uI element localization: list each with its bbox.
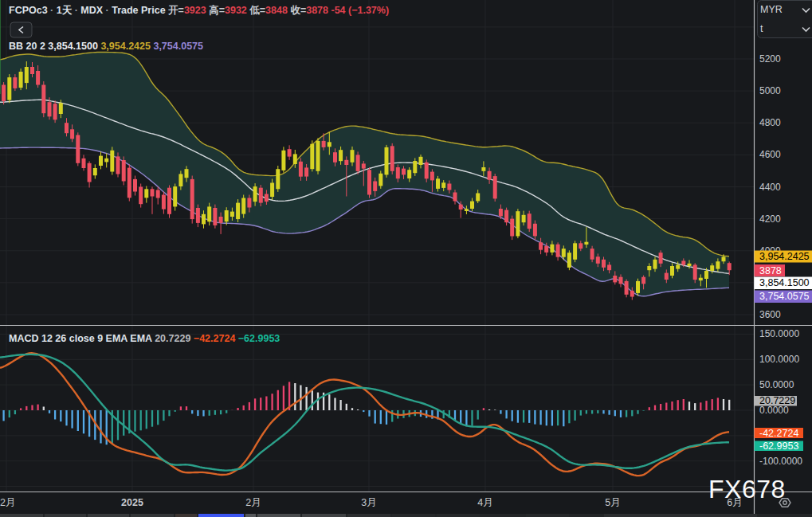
svg-text:4200: 4200 bbox=[759, 213, 781, 225]
svg-text:-100.0000: -100.0000 bbox=[759, 456, 802, 467]
svg-text:3,754.0575: 3,754.0575 bbox=[759, 291, 810, 302]
svg-text:MACD 12 26 close 9 EMA EMA 20: MACD 12 26 close 9 EMA EMA 20.7229 −42.2… bbox=[9, 333, 280, 344]
svg-text:4月: 4月 bbox=[477, 497, 492, 508]
svg-text:3600: 3600 bbox=[759, 309, 781, 320]
svg-text:50.0000: 50.0000 bbox=[759, 379, 794, 390]
svg-text:2月: 2月 bbox=[245, 497, 261, 508]
svg-text:3,854.1500: 3,854.1500 bbox=[759, 277, 810, 288]
svg-text:4400: 4400 bbox=[759, 182, 781, 193]
svg-text:BB 20 2 3,854.1500 3,954.2425: BB 20 2 3,854.1500 3,954.2425 3,754.0575 bbox=[9, 41, 203, 52]
svg-text:5000: 5000 bbox=[759, 85, 781, 96]
svg-text:FCPOc3 · 1天 · MDX · Trade Pric: FCPOc3 · 1天 · MDX · Trade Price 开=3923 高… bbox=[9, 5, 389, 16]
svg-text:4800: 4800 bbox=[759, 117, 781, 128]
svg-text:5200: 5200 bbox=[759, 53, 781, 65]
svg-text:3月: 3月 bbox=[361, 497, 376, 508]
svg-text:3878: 3878 bbox=[759, 265, 782, 276]
svg-text:150.0000: 150.0000 bbox=[759, 328, 799, 339]
svg-text:12月: 12月 bbox=[0, 497, 15, 508]
svg-text:3,954.2425: 3,954.2425 bbox=[759, 251, 810, 262]
svg-text:-62.9953: -62.9953 bbox=[759, 441, 798, 452]
svg-text:MYR: MYR bbox=[760, 4, 783, 15]
svg-text:20.7229: 20.7229 bbox=[759, 395, 795, 406]
svg-text:4600: 4600 bbox=[759, 149, 781, 160]
svg-text:100.0000: 100.0000 bbox=[759, 354, 799, 365]
svg-text:5月: 5月 bbox=[605, 497, 620, 508]
svg-text:-42.2724: -42.2724 bbox=[759, 428, 798, 439]
svg-text:t: t bbox=[760, 23, 763, 34]
svg-text:FX678: FX678 bbox=[708, 475, 786, 503]
svg-text:2025: 2025 bbox=[121, 497, 143, 508]
